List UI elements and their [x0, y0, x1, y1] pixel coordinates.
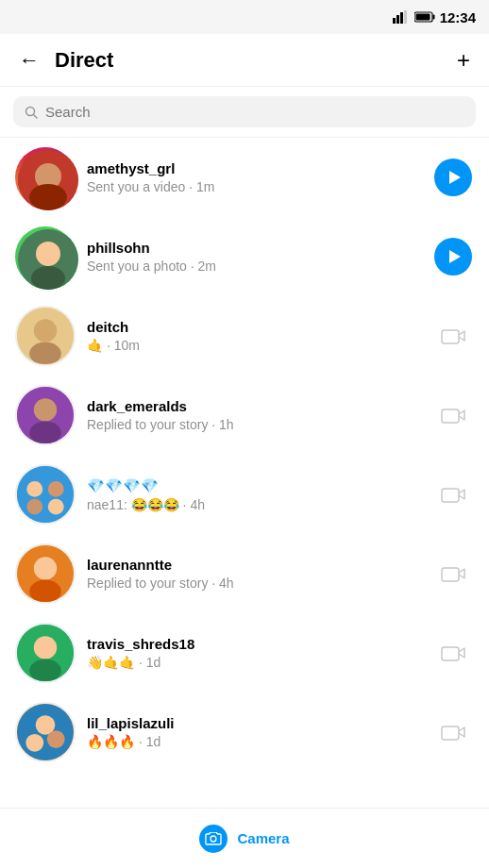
- svg-point-23: [17, 466, 74, 523]
- svg-point-21: [29, 422, 61, 444]
- add-button[interactable]: +: [453, 43, 474, 77]
- status-time: 12:34: [440, 9, 476, 25]
- svg-rect-32: [442, 568, 459, 581]
- list-item[interactable]: deitch🤙 · 10m: [0, 296, 489, 376]
- svg-point-40: [47, 730, 65, 748]
- message-action[interactable]: [432, 632, 474, 674]
- svg-rect-6: [415, 14, 430, 21]
- list-item[interactable]: travis_shreds18👋🤙🤙 · 1d: [0, 613, 489, 693]
- camera-icon: [441, 324, 465, 348]
- message-username: 💎💎💎💎: [87, 477, 421, 494]
- svg-point-24: [26, 481, 42, 497]
- message-content: dark_emeraldsReplied to your story · 1h: [87, 398, 421, 432]
- message-action[interactable]: [432, 553, 474, 594]
- message-content: deitch🤙 · 10m: [87, 319, 421, 353]
- svg-point-14: [31, 266, 65, 290]
- message-content: lil_lapislazuli🔥🔥🔥 · 1d: [87, 715, 421, 749]
- svg-rect-18: [442, 330, 459, 343]
- message-username: dark_emeralds: [87, 398, 421, 414]
- avatar: [15, 543, 76, 604]
- svg-rect-2: [400, 12, 403, 24]
- page-title: Direct: [55, 48, 453, 73]
- message-content: amethyst_grlSent you a video · 1m: [87, 160, 421, 194]
- list-item[interactable]: amethyst_grlSent you a video · 1m: [0, 138, 489, 217]
- status-bar: 12:34: [0, 0, 489, 34]
- svg-rect-28: [442, 489, 459, 502]
- play-button[interactable]: [434, 159, 472, 196]
- svg-rect-22: [442, 409, 459, 423]
- search-icon: [25, 106, 38, 119]
- svg-point-13: [36, 242, 60, 266]
- avatar: [15, 464, 76, 525]
- message-action[interactable]: [432, 315, 474, 357]
- avatar: [15, 226, 76, 287]
- battery-icon: [414, 11, 435, 23]
- svg-point-39: [25, 734, 43, 752]
- message-username: phillsohn: [87, 240, 421, 256]
- svg-point-20: [34, 398, 57, 421]
- list-item[interactable]: lil_lapislazuli🔥🔥🔥 · 1d: [0, 693, 489, 772]
- camera-icon: [441, 641, 465, 665]
- avatar: [15, 147, 76, 208]
- message-action[interactable]: [432, 236, 474, 277]
- message-action[interactable]: [432, 157, 474, 198]
- message-preview: 🔥🔥🔥 · 1d: [87, 734, 421, 749]
- search-container: [0, 87, 489, 138]
- svg-point-11: [29, 184, 67, 210]
- message-username: laurenanntte: [87, 557, 421, 573]
- bottom-bar[interactable]: Camera: [0, 808, 489, 868]
- list-item[interactable]: 💎💎💎💎nae11: 😂😂😂 · 4h: [0, 455, 489, 534]
- search-bar: [13, 96, 476, 127]
- message-preview: nae11: 😂😂😂 · 4h: [87, 497, 421, 512]
- message-preview: Sent you a photo · 2m: [87, 259, 421, 274]
- list-item[interactable]: dark_emeraldsReplied to your story · 1h: [0, 376, 489, 455]
- camera-button[interactable]: [199, 825, 228, 853]
- svg-point-31: [29, 580, 61, 603]
- svg-point-17: [29, 342, 61, 365]
- message-preview: 👋🤙🤙 · 1d: [87, 655, 421, 670]
- message-preview: Sent you a video · 1m: [87, 179, 421, 194]
- svg-line-8: [34, 114, 38, 118]
- svg-point-35: [29, 659, 61, 682]
- back-button[interactable]: ←: [15, 44, 43, 76]
- message-action[interactable]: [432, 474, 474, 515]
- message-content: 💎💎💎💎nae11: 😂😂😂 · 4h: [87, 477, 421, 512]
- search-input[interactable]: [45, 104, 464, 120]
- message-content: laurenanntteReplied to your story · 4h: [87, 557, 421, 591]
- svg-point-42: [211, 836, 216, 842]
- svg-rect-5: [432, 15, 434, 20]
- message-preview: 🤙 · 10m: [87, 338, 421, 353]
- avatar: [15, 306, 76, 366]
- message-list: amethyst_grlSent you a video · 1m phills…: [0, 138, 489, 810]
- message-username: amethyst_grl: [87, 160, 421, 176]
- message-content: phillsohnSent you a photo · 2m: [87, 240, 421, 274]
- message-action[interactable]: [432, 394, 474, 436]
- message-username: travis_shreds18: [87, 636, 421, 652]
- svg-point-30: [34, 557, 57, 579]
- svg-rect-3: [404, 10, 407, 24]
- svg-point-25: [48, 481, 64, 497]
- svg-rect-41: [442, 726, 459, 740]
- status-icons: 12:34: [393, 9, 476, 25]
- header: ← Direct +: [0, 34, 489, 87]
- svg-point-26: [26, 499, 42, 515]
- message-username: lil_lapislazuli: [87, 715, 421, 731]
- camera-label: Camera: [237, 830, 289, 846]
- svg-point-27: [48, 499, 64, 515]
- svg-rect-1: [396, 15, 399, 24]
- play-button[interactable]: [434, 238, 472, 275]
- signal-icon: [393, 10, 410, 24]
- avatar: [15, 623, 76, 683]
- message-content: travis_shreds18👋🤙🤙 · 1d: [87, 636, 421, 670]
- camera-icon: [441, 561, 465, 586]
- avatar: [15, 385, 76, 445]
- message-action[interactable]: [432, 711, 474, 753]
- camera-icon: [441, 720, 465, 744]
- camera-icon: [441, 403, 465, 427]
- message-preview: Replied to your story · 4h: [87, 576, 421, 591]
- camera-icon: [441, 482, 465, 507]
- list-item[interactable]: phillsohnSent you a photo · 2m: [0, 217, 489, 296]
- list-item[interactable]: laurenanntteReplied to your story · 4h: [0, 534, 489, 613]
- svg-point-34: [34, 636, 57, 659]
- svg-point-16: [34, 319, 57, 342]
